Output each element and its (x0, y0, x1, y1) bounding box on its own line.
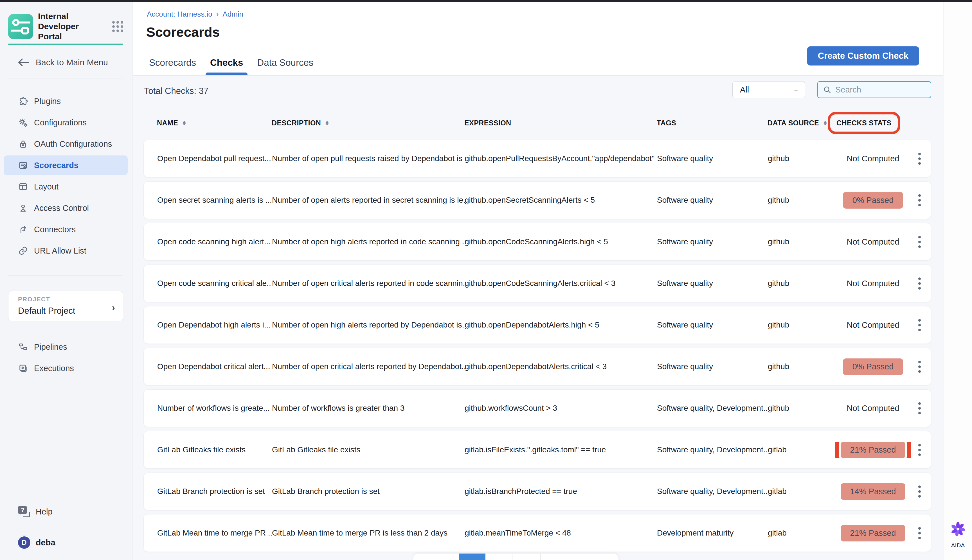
row-menu-button[interactable] (915, 233, 924, 251)
check-tags: Software quality, Development... (657, 445, 768, 454)
table-row: GitLab Mean time to merge PR ... GitLab … (144, 514, 931, 552)
check-expression: github.openPullRequestsByAccount."app/de… (464, 154, 657, 163)
sort-icon[interactable]: ▲▼ (182, 120, 187, 125)
tab-checks[interactable]: Checks (210, 57, 243, 75)
row-menu-button[interactable] (915, 150, 924, 168)
table-header-row: NAME ▲▼ DESCRIPTION ▲▼ EXPRESSION TAGS D… (144, 113, 931, 133)
table-row: Open Dependabot high alerts i... Number … (144, 306, 931, 344)
table-row: Number of workflows is greate... Number … (144, 389, 931, 427)
row-menu-button[interactable] (915, 400, 924, 417)
sidebar-item-connectors[interactable]: Connectors (4, 220, 128, 239)
divider (8, 496, 123, 496)
search-box (817, 81, 931, 98)
app-title: Internal Developer Portal (38, 11, 100, 42)
link-icon (18, 245, 28, 256)
check-stats-value: 21% Passed (841, 525, 906, 542)
check-expression: github.workflowsCount > 3 (464, 404, 657, 413)
check-stats-value: 14% Passed (841, 483, 906, 500)
chevron-right-icon: › (112, 302, 115, 313)
project-selector[interactable]: PROJECT Default Project › (8, 291, 123, 321)
row-menu-button[interactable] (915, 441, 924, 459)
row-menu-button[interactable] (915, 192, 924, 209)
column-header-data-source[interactable]: DATA SOURCE ▲▼ (768, 119, 834, 127)
checks-content: Total Checks: 37 All ⌄ NAME ▲▼ DESCRIPTI… (133, 76, 943, 560)
tab-scorecards[interactable]: Scorecards (149, 57, 196, 75)
sidebar-item-layout[interactable]: Layout (4, 177, 128, 197)
check-tags: Software quality (657, 154, 768, 163)
back-to-main-menu[interactable]: Back to Main Menu (18, 58, 108, 67)
tab-data-sources[interactable]: Data Sources (257, 57, 313, 75)
create-custom-check-button[interactable]: Create Custom Check (807, 47, 919, 65)
help-icon: ? (18, 506, 30, 517)
aida-assistant-button[interactable]: AIDA (944, 520, 972, 549)
checks-table: Open Dependabot pull request... Number o… (144, 140, 931, 556)
sidebar-item-plugins[interactable]: Plugins (4, 92, 128, 111)
column-header-tags: TAGS (657, 119, 768, 127)
filter-dropdown[interactable]: All ⌄ (732, 81, 805, 98)
check-data-source: gitlab (768, 445, 834, 454)
check-stats-value: Not Computed (847, 237, 899, 246)
help-button[interactable]: ? Help (18, 506, 53, 517)
sidebar-item-executions[interactable]: Executions (4, 358, 128, 378)
breadcrumb-account-link[interactable]: Account: Harness.io (147, 10, 212, 18)
check-name: Open secret scanning alerts is ... (157, 196, 272, 205)
check-description: Number of open high alerts reported in c… (272, 237, 464, 246)
row-menu-button[interactable] (915, 483, 924, 500)
right-rail: AIDA (944, 2, 972, 560)
sidebar-item-url-allow-list[interactable]: URL Allow List (4, 241, 128, 261)
brand-divider (8, 43, 123, 45)
tab-bar: Scorecards Checks Data Sources (149, 57, 313, 75)
check-description: Number of open high alerts reported by D… (272, 320, 464, 330)
app-switcher-icon[interactable] (112, 21, 123, 32)
table-row: Open Dependabot pull request... Number o… (144, 140, 931, 177)
chevron-down-icon: ⌄ (793, 87, 799, 93)
annotation-checks-stats-header: CHECKS STATS (828, 112, 900, 134)
row-menu-button[interactable] (915, 358, 924, 376)
column-header-description[interactable]: DESCRIPTION ▲▼ (272, 119, 464, 127)
aida-icon (949, 520, 967, 538)
check-description: Number of open critical alerts reported … (272, 362, 464, 371)
page-header: Account: Harness.io › Admin Scorecards S… (133, 2, 943, 76)
check-data-source: gitlab (768, 528, 834, 538)
check-name: Open code scanning critical ale... (157, 279, 272, 288)
check-data-source: github (768, 362, 834, 371)
check-tags: Software quality (657, 362, 768, 371)
check-data-source: github (768, 404, 834, 413)
puzzle-icon (18, 96, 28, 107)
check-tags: Software quality (657, 320, 768, 330)
sidebar-item-configurations[interactable]: Configurations (4, 113, 128, 132)
row-menu-button[interactable] (915, 275, 924, 292)
check-description: GitLab Branch protection is set (272, 487, 464, 496)
sidebar-item-pipelines[interactable]: Pipelines (4, 337, 128, 357)
row-menu-button[interactable] (915, 524, 924, 542)
pagination-active-page[interactable] (459, 553, 486, 560)
check-expression: github.openCodeScanningAlerts.critical <… (464, 279, 657, 288)
check-name: Open Dependabot high alerts i... (157, 320, 272, 330)
sidebar-item-scorecards[interactable]: Scorecards (4, 155, 128, 175)
check-data-source: github (768, 237, 834, 246)
check-name: Number of workflows is greate... (157, 404, 272, 413)
sidebar-item-oauth-configurations[interactable]: OAuth Configurations (4, 134, 128, 154)
sidebar: Internal Developer Portal Back to Main M… (0, 2, 132, 560)
person-icon (18, 203, 28, 213)
sidebar-item-access-control[interactable]: Access Control (4, 198, 128, 218)
page-title: Scorecards (146, 25, 220, 40)
layout-icon (18, 181, 28, 192)
check-expression: github.openSecretScanningAlerts < 5 (464, 196, 657, 205)
search-input[interactable] (835, 85, 925, 95)
check-stats-value: Not Computed (847, 404, 899, 413)
connectors-icon (18, 224, 28, 235)
row-menu-button[interactable] (915, 316, 924, 334)
check-name: Open code scanning high alert... (157, 237, 272, 246)
column-header-name[interactable]: NAME ▲▼ (157, 119, 272, 127)
breadcrumb-admin-link[interactable]: Admin (222, 10, 243, 18)
check-description: GitLab Gitleaks file exists (272, 445, 464, 454)
check-tags: Software quality (657, 237, 768, 246)
check-data-source: github (768, 279, 834, 288)
check-name: GitLab Branch protection is set (157, 487, 272, 496)
check-stats-value: Not Computed (847, 154, 899, 163)
user-menu[interactable]: D deba (17, 535, 55, 550)
executions-icon (18, 363, 28, 373)
sort-icon[interactable]: ▲▼ (325, 120, 329, 125)
sort-icon[interactable]: ▲▼ (823, 120, 827, 125)
